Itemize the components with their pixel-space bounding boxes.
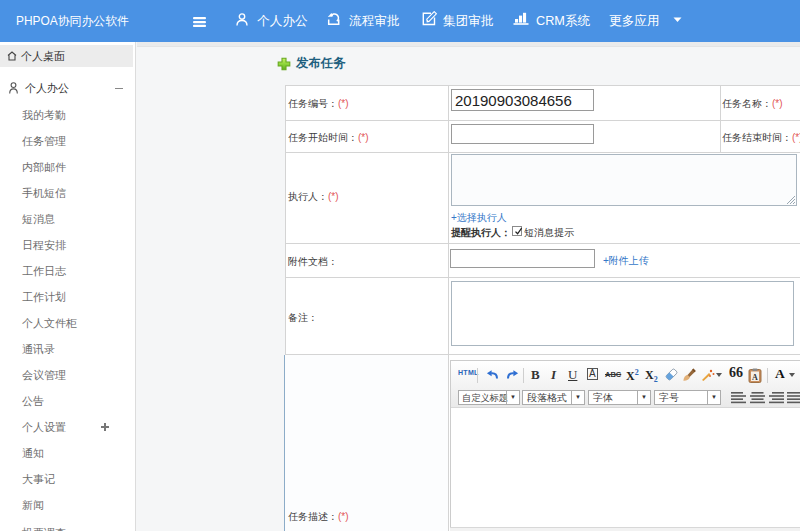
svg-text:A: A [752,373,758,382]
